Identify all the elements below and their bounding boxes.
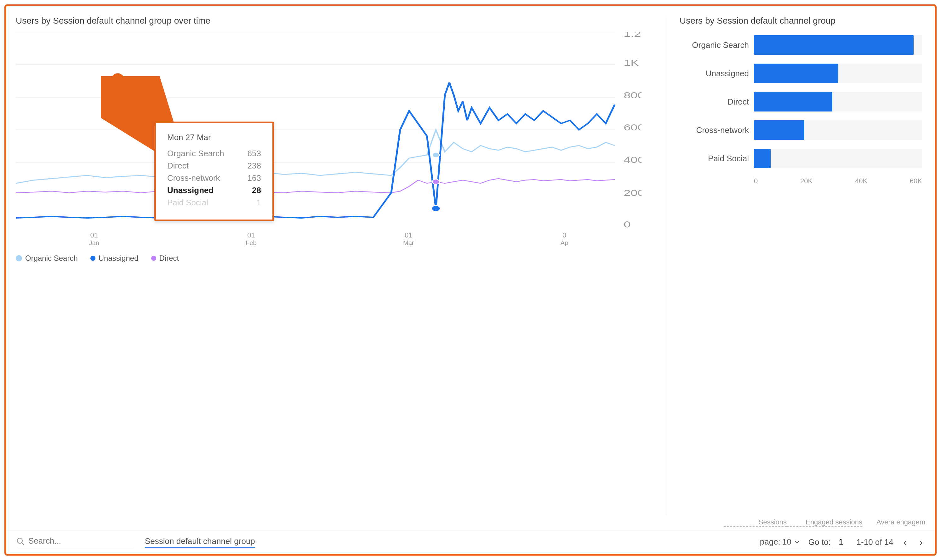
bar-fill [754, 64, 838, 83]
bar-track [754, 35, 922, 55]
bar-track [754, 120, 922, 140]
bar-row: Organic Search [680, 35, 922, 55]
search-input[interactable] [28, 536, 123, 546]
svg-text:600: 600 [624, 123, 641, 132]
bar-fill [754, 120, 804, 140]
bar-fill [754, 149, 770, 168]
x-axis: 01 Jan 01 Feb 01 Mar 0 Ap [16, 231, 660, 247]
main-container: Users by Session default channel group o… [5, 5, 936, 555]
bar-label: Paid Social [680, 154, 749, 163]
bar-label: Organic Search [680, 40, 749, 50]
tooltip-paid-social: Paid Social 1 [167, 198, 261, 208]
legend-label-organic: Organic Search [25, 254, 78, 263]
svg-text:800: 800 [624, 91, 641, 100]
bar-track [754, 149, 922, 168]
tooltip-cross-network: Cross-network 163 [167, 173, 261, 183]
x-label-mar: 01 Mar [403, 231, 414, 247]
legend-dot-unassigned [91, 256, 95, 261]
th-engaged-sessions: Engaged sessions [787, 518, 862, 527]
search-area[interactable] [16, 536, 135, 548]
chart-legend: Organic Search Unassigned Direct [16, 254, 660, 263]
bar-chart-area: Organic Search Unassigned Direct Cross-n… [680, 35, 922, 249]
goto-area: Go to: [809, 537, 849, 547]
next-page-button[interactable]: › [917, 536, 925, 548]
bar-row: Unassigned [680, 64, 922, 83]
line-chart-area: 0 200 400 600 800 1K 1.2K [16, 32, 660, 246]
dropdown-channel-group[interactable]: Session default channel group [145, 536, 255, 548]
search-icon [16, 537, 25, 546]
bar-label: Unassigned [680, 69, 749, 78]
bar-row: Direct [680, 92, 922, 111]
goto-label: Go to: [809, 537, 831, 547]
bar-row: Paid Social [680, 149, 922, 168]
table-header-row: Sessions Engaged sessions Avera engagem [6, 515, 935, 530]
svg-text:1K: 1K [624, 58, 639, 68]
th-sessions: Sessions [724, 518, 787, 527]
bar-track [754, 92, 922, 111]
charts-row: Users by Session default channel group o… [6, 6, 935, 515]
bar-row: Cross-network [680, 120, 922, 140]
x-label-apr: 0 Ap [561, 231, 568, 247]
page-size-select[interactable]: page: 10 [760, 537, 801, 547]
chevron-down-icon [793, 538, 801, 546]
prev-page-button[interactable]: ‹ [901, 536, 910, 548]
bar-label: Cross-network [680, 125, 749, 135]
bar-label: Direct [680, 97, 749, 107]
x-label-feb: 01 Feb [246, 231, 256, 247]
pagination-area: page: 10 Go to: 1-10 of 14 ‹ › [760, 536, 925, 548]
legend-organic-search: Organic Search [16, 254, 78, 263]
page-size-value: 10 [782, 537, 792, 547]
tooltip-direct: Direct 238 [167, 161, 261, 171]
bottom-row: Session default channel group page: 10 G… [6, 530, 935, 554]
tooltip-date: Mon 27 Mar [167, 132, 261, 142]
legend-label-unassigned: Unassigned [98, 254, 138, 263]
tooltip-box: Mon 27 Mar Organic Search 653 Direct 238… [154, 122, 274, 221]
svg-text:0: 0 [624, 220, 630, 228]
svg-line-21 [22, 543, 24, 545]
tooltip-unassigned: Unassigned 28 [167, 186, 261, 195]
svg-point-14 [432, 179, 440, 184]
page-size-label: page: [760, 537, 780, 547]
bar-track [754, 64, 922, 83]
page-range: 1-10 of 14 [856, 537, 893, 547]
svg-text:1.2K: 1.2K [624, 32, 641, 39]
legend-dot-direct [151, 256, 156, 261]
right-chart-title: Users by Session default channel group [680, 16, 922, 26]
svg-text:200: 200 [624, 188, 641, 198]
legend-unassigned: Unassigned [91, 254, 138, 263]
legend-direct: Direct [151, 254, 179, 263]
legend-label-direct: Direct [159, 254, 179, 263]
th-average: Avera engagem [862, 518, 925, 527]
bar-fill [754, 35, 913, 55]
left-chart-title: Users by Session default channel group o… [16, 16, 660, 26]
bar-fill [754, 92, 832, 111]
goto-input[interactable] [833, 537, 849, 547]
left-chart: Users by Session default channel group o… [16, 16, 667, 515]
tooltip-organic-search: Organic Search 653 [167, 149, 261, 158]
right-chart: Users by Session default channel group O… [667, 16, 925, 515]
th-col1 [16, 518, 724, 527]
legend-dot-organic [16, 255, 22, 262]
bar-x-axis: 0 20K 40K 60K [680, 177, 922, 185]
svg-point-15 [432, 152, 440, 157]
x-label-jan: 01 Jan [89, 231, 99, 247]
svg-text:400: 400 [624, 155, 641, 165]
svg-point-13 [432, 205, 440, 212]
